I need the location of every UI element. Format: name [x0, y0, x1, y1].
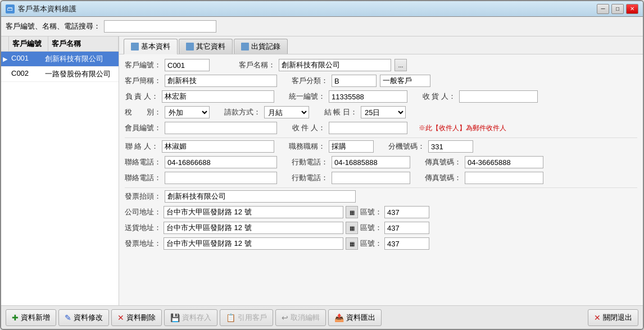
label-recipient: 收 件 人：	[292, 123, 325, 133]
close-exit-icon: ✕	[594, 313, 601, 322]
field-invoice-addr[interactable]	[164, 237, 343, 250]
cell-code: C001	[9, 52, 43, 66]
field-customer-type[interactable]	[332, 75, 377, 87]
tab-basic[interactable]: 基本資料	[124, 39, 178, 54]
close-exit-label: 關閉退出	[603, 313, 632, 323]
label-ext: 分機號碼：	[388, 141, 425, 152]
invoice-addr-grid-button[interactable]: ▦	[346, 237, 358, 250]
label-contact-name: 聯 絡 人：	[125, 141, 158, 152]
field-receiver[interactable]	[459, 90, 538, 103]
field-invoice-to[interactable]	[165, 190, 356, 203]
label-customer-id: 客戶編號：	[125, 60, 161, 70]
select-payment[interactable]: 月結	[264, 106, 309, 118]
tab-icon	[186, 43, 194, 51]
form-row-5: 會員編號： 收 件 人： ※此【收件人】為郵件收件人	[125, 122, 637, 134]
row-arrow	[1, 67, 9, 81]
select-closing-day[interactable]: 25日	[361, 106, 406, 118]
tab-other-label: 其它資料	[196, 42, 225, 52]
main-content: 客戶編號、名稱、電話搜尋： 客戶編號 客戶名稱 ▶ C001 創新科技有限公司	[1, 17, 643, 329]
tab-bar: 基本資料 其它資料 出貨記錄	[119, 36, 643, 54]
field-phone2[interactable]	[165, 172, 277, 184]
table-header: 客戶編號 客戶名稱	[1, 36, 119, 52]
field-customer-name[interactable]	[279, 59, 391, 71]
label-contact: 負 責 人：	[125, 91, 158, 102]
tab-icon	[131, 43, 139, 51]
label-invoice-zone: 區號：	[360, 239, 382, 249]
field-phone1[interactable]	[165, 156, 277, 168]
tab-shipment[interactable]: 出貨記錄	[234, 39, 288, 54]
field-fax1[interactable]	[465, 156, 543, 168]
table-row[interactable]: C002 一路發股份有限公司	[1, 67, 119, 82]
main-window: 🗃 客戶基本資料維護 ─ □ ✕ 客戶編號、名稱、電話搜尋： 客戶編號 客戶名稱	[0, 0, 644, 330]
company-addr-grid-button[interactable]: ▦	[346, 206, 358, 218]
field-fax2[interactable]	[465, 172, 543, 184]
tab-basic-label: 基本資料	[141, 42, 170, 52]
field-recipient[interactable]	[329, 122, 407, 134]
label-payment: 請款方式：	[224, 107, 261, 117]
delete-button[interactable]: ✕ 資料刪除	[111, 309, 162, 326]
maximize-button[interactable]: □	[611, 4, 624, 14]
field-ext[interactable]	[428, 140, 473, 153]
label-tax-type: 稅 別：	[125, 107, 161, 117]
form-row-company-addr: 公司地址： ▦ 區號：	[125, 206, 637, 218]
label-phone2: 聯絡電話：	[125, 173, 161, 183]
field-contact-name[interactable]	[162, 140, 274, 153]
cell-code: C002	[9, 67, 43, 81]
quote-icon: 📋	[226, 313, 235, 322]
shipping-addr-grid-button[interactable]: ▦	[346, 222, 358, 234]
field-tax-id[interactable]	[329, 90, 407, 103]
edit-button[interactable]: ✎ 資料修改	[58, 309, 109, 326]
label-phone1: 聯絡電話：	[125, 157, 161, 167]
cancel-button[interactable]: ↩ 取消編輯	[275, 309, 326, 326]
field-customer-short[interactable]	[165, 75, 277, 87]
tab-shipment-label: 出貨記錄	[251, 42, 280, 52]
field-member-id[interactable]	[165, 122, 277, 134]
tab-other[interactable]: 其它資料	[179, 39, 233, 54]
customer-name-lookup-button[interactable]: ...	[394, 59, 407, 71]
field-company-addr[interactable]	[164, 206, 343, 218]
field-shipping-zone[interactable]	[384, 222, 429, 234]
right-panel: 基本資料 其它資料 出貨記錄 客戶編號：	[119, 36, 643, 305]
search-bar: 客戶編號、名稱、電話搜尋：	[1, 17, 643, 36]
field-mobile1[interactable]	[332, 156, 410, 168]
label-customer-name: 客戶名稱：	[239, 60, 275, 70]
delete-label: 資料刪除	[126, 313, 156, 323]
tab-icon	[241, 43, 249, 51]
export-label: 資料匯出	[346, 313, 375, 323]
field-job-title[interactable]	[329, 140, 374, 153]
label-customer-short: 客戶簡稱：	[125, 76, 161, 86]
label-invoice-addr: 發票地址：	[125, 239, 161, 249]
label-closing-day: 結 帳 日：	[324, 107, 357, 117]
form-row-3: 負 責 人： 統一編號： 收 貨 人：	[125, 90, 637, 103]
select-tax-type[interactable]: 外加	[165, 106, 210, 118]
title-bar: 🗃 客戶基本資料維護 ─ □ ✕	[1, 1, 643, 17]
col-header-code: 客戶編號	[9, 36, 48, 51]
cell-name: 創新科技有限公司	[43, 52, 119, 66]
field-company-zone[interactable]	[384, 206, 429, 218]
add-button[interactable]: ✚ 資料新增	[6, 309, 56, 326]
form-row-shipping-addr: 送貨地址： ▦ 區號：	[125, 222, 637, 234]
field-mobile2[interactable]	[332, 172, 410, 184]
field-customer-type2[interactable]	[380, 75, 430, 87]
export-button[interactable]: 📤 資料匯出	[328, 309, 382, 326]
quote-label: 引用客戶	[238, 313, 267, 323]
close-exit-button[interactable]: ✕ 關閉退出	[588, 309, 638, 326]
quote-button[interactable]: 📋 引用客戶	[220, 309, 273, 326]
label-job-title: 職務職稱：	[289, 141, 325, 152]
label-invoice-to: 發票抬頭：	[125, 191, 161, 201]
divider	[125, 138, 637, 138]
field-customer-id[interactable]	[165, 59, 210, 71]
search-input[interactable]	[104, 20, 216, 33]
export-icon: 📤	[334, 313, 344, 322]
add-icon: ✚	[12, 313, 19, 322]
close-button[interactable]: ✕	[626, 4, 638, 14]
field-contact[interactable]	[162, 90, 274, 103]
table-row[interactable]: ▶ C001 創新科技有限公司	[1, 52, 119, 67]
save-button[interactable]: 💾 資料存入	[164, 309, 217, 326]
field-shipping-addr[interactable]	[164, 222, 343, 234]
arrow-col	[1, 36, 9, 51]
minimize-button[interactable]: ─	[597, 4, 609, 14]
add-label: 資料新增	[21, 313, 50, 323]
field-invoice-zone[interactable]	[384, 237, 429, 250]
window-title: 客戶基本資料維護	[18, 4, 597, 14]
